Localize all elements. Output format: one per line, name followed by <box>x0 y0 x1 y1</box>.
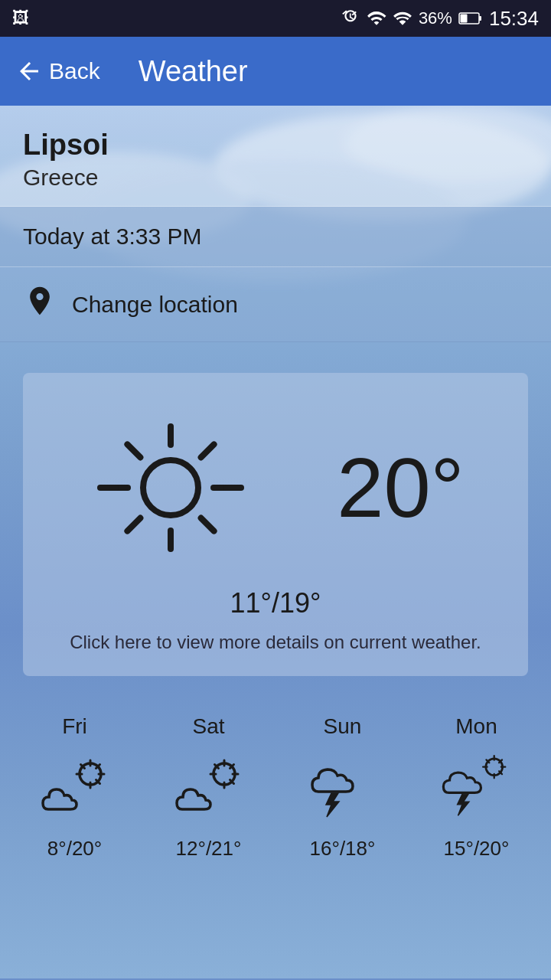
status-bar: 🖼 36% 15:34 <box>0 0 551 37</box>
partly-cloudy-sun-icon-fri <box>37 753 113 822</box>
country-name: Greece <box>23 165 528 191</box>
change-location-button[interactable]: Change location <box>0 267 551 342</box>
alarm-icon <box>341 8 360 28</box>
sun-icon-container <box>86 403 255 572</box>
location-section: Lipsoi Greece <box>0 106 551 207</box>
city-name: Lipsoi <box>23 129 528 162</box>
battery-icon <box>458 11 481 25</box>
battery-text: 36% <box>419 8 452 28</box>
weather-main: 20° <box>46 403 505 572</box>
forecast-day-mon: Mon 15°/20° <box>416 714 538 861</box>
forecast-day-name-sat: Sat <box>192 714 224 739</box>
forecast-icon-sat <box>171 750 247 826</box>
forecast-temp-mon: 15°/20° <box>444 837 510 861</box>
forecast-icon-mon <box>439 750 515 826</box>
svg-line-14 <box>201 444 214 457</box>
forecast-temp-sat: 12°/21° <box>176 837 242 861</box>
forecast-temp-fri: 8°/20° <box>47 837 102 861</box>
svg-line-13 <box>201 518 214 531</box>
weather-details-link: Click here to view more details on curre… <box>46 632 505 653</box>
svg-point-7 <box>143 460 198 515</box>
current-temperature: 20° <box>337 446 464 530</box>
photo-icon: 🖼 <box>12 8 29 28</box>
pin-svg <box>23 284 57 318</box>
thunderstorm-icon-sun <box>305 746 381 830</box>
forecast-icon-sun <box>305 750 381 826</box>
time-section: Today at 3:33 PM <box>0 207 551 267</box>
current-weather-card[interactable]: 20° 11°/19° Click here to view more deta… <box>23 373 528 676</box>
partly-cloudy-sun-icon-sat <box>171 753 247 822</box>
svg-line-12 <box>128 444 141 457</box>
forecast-day-fri: Fri 8°/20° <box>14 714 136 861</box>
forecast-day-name-mon: Mon <box>455 714 497 739</box>
forecast-icon-fri <box>37 750 113 826</box>
weather-background: Lipsoi Greece Today at 3:33 PM Change lo… <box>0 106 551 978</box>
forecast-temp-sun: 16°/18° <box>310 837 376 861</box>
svg-rect-1 <box>460 15 467 23</box>
forecast-day-name-fri: Fri <box>62 714 87 739</box>
forecast-day-sat: Sat 12°/21° <box>148 714 270 861</box>
svg-line-15 <box>128 518 141 531</box>
wifi-icon <box>367 8 386 28</box>
back-button[interactable]: Back <box>15 57 100 85</box>
page-title: Weather <box>139 55 248 88</box>
status-icons: 36% <box>341 8 481 28</box>
back-label: Back <box>49 58 100 84</box>
thunderstorm-sun-icon-mon <box>439 746 515 830</box>
status-time: 15:34 <box>489 7 539 31</box>
sun-icon <box>94 411 247 564</box>
forecast-day-sun: Sun 16°/18° <box>282 714 404 861</box>
app-bar: Back Weather <box>0 37 551 106</box>
back-arrow-icon <box>15 57 43 85</box>
svg-marker-34 <box>326 793 339 817</box>
signal-icon <box>393 8 412 28</box>
forecast-day-name-sun: Sun <box>324 714 362 739</box>
svg-marker-43 <box>457 794 468 815</box>
change-location-text: Change location <box>72 292 238 318</box>
current-time: Today at 3:33 PM <box>23 224 201 249</box>
location-pin-icon <box>23 284 57 325</box>
forecast-section: Fri 8°/20° Sat <box>0 699 551 891</box>
temp-range: 11°/19° <box>46 587 505 619</box>
svg-rect-2 <box>479 16 481 21</box>
